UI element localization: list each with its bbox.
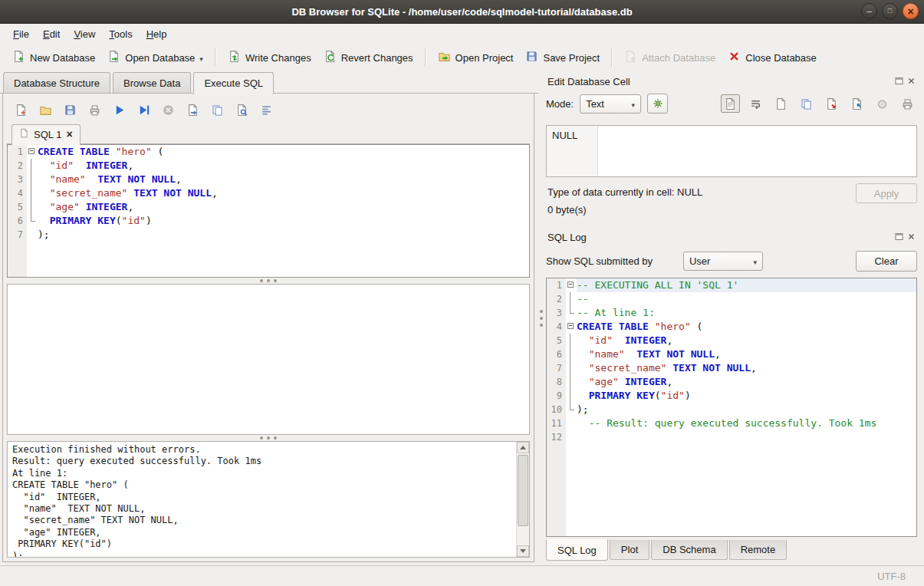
right-panel: Edit Database Cell Mode: Text — [544, 71, 924, 565]
save-sql-file-icon[interactable] — [62, 102, 77, 117]
code-text: -- Result: query executed successfully. … — [577, 416, 916, 430]
export-icon[interactable] — [847, 94, 866, 113]
import-icon[interactable] — [822, 94, 841, 113]
sql-log-view[interactable]: 1-- EXECUTING ALL IN 'SQL 1'2--3-- At li… — [546, 278, 917, 537]
code-line: 1CREATE TABLE "hero" ( — [8, 145, 529, 159]
code-text: PRIMARY KEY("id") — [577, 389, 916, 403]
code-text: "age" INTEGER, — [577, 375, 916, 389]
sql-editor-tab[interactable]: SQL 1 — [12, 124, 81, 145]
sql-log-header: SQL Log — [546, 228, 917, 246]
close-panel-icon[interactable] — [907, 76, 916, 87]
sql-editor[interactable]: 1CREATE TABLE "hero" (2 "id" INTEGER,3 "… — [7, 144, 530, 278]
message-log[interactable]: Execution finished without errors. Resul… — [7, 441, 530, 558]
print-icon[interactable] — [87, 102, 102, 117]
editor-results-splitter[interactable] — [7, 278, 530, 284]
save-project-button[interactable]: Save Project — [519, 46, 606, 69]
dock-tab-remote[interactable]: Remote — [729, 540, 788, 560]
text-mode-icon[interactable] — [721, 94, 740, 113]
fold-marker-icon[interactable] — [566, 320, 577, 334]
fold-column — [27, 159, 38, 173]
float-panel-icon[interactable] — [895, 76, 903, 87]
results-log-splitter[interactable] — [7, 435, 530, 441]
tab-database-structure[interactable]: Database Structure — [3, 72, 110, 94]
save-results-icon[interactable] — [209, 102, 225, 117]
find-replace-icon[interactable] — [234, 102, 249, 117]
export-results-icon[interactable] — [185, 102, 200, 117]
open-sql-file-icon[interactable] — [38, 102, 53, 117]
edit-cell-header: Edit Database Cell — [546, 72, 917, 91]
new-database-icon — [12, 50, 25, 65]
line-number: 11 — [547, 416, 566, 430]
title-bar[interactable]: DB Browser for SQLite - /home/user/code/… — [0, 0, 924, 24]
code-text: "name" TEXT NOT NULL, — [38, 173, 529, 186]
encoding-indicator[interactable]: UTF-8 — [877, 571, 906, 582]
cell-type-info: Type of data currently in cell: NULL — [547, 186, 702, 198]
print-cell-icon[interactable] — [898, 94, 917, 113]
code-text: -- EXECUTING ALL IN 'SQL 1' — [577, 278, 916, 292]
cell-editor[interactable]: NULL — [546, 125, 917, 177]
window-title: DB Browser for SQLite - /home/user/code/… — [291, 6, 632, 18]
attach-database-icon — [624, 50, 637, 65]
code-text: CREATE TABLE "hero" ( — [38, 145, 529, 159]
code-text: "age" INTEGER, — [38, 200, 529, 214]
sql-tab-label: SQL 1 — [34, 129, 61, 140]
new-tab-icon[interactable] — [13, 102, 28, 117]
code-line: 3-- At line 1: — [547, 306, 916, 320]
menu-view[interactable]: View — [67, 25, 102, 43]
code-line: 6 PRIMARY KEY("id") — [8, 214, 529, 228]
format-code-icon[interactable] — [258, 102, 274, 117]
close-tab-icon[interactable] — [66, 129, 72, 140]
close-database-button[interactable]: Close Database — [722, 46, 823, 69]
results-grid[interactable] — [7, 284, 530, 435]
fold-marker-icon[interactable] — [566, 278, 577, 292]
revert-changes-button[interactable]: Revert Changes — [317, 46, 419, 69]
tab-browse-data[interactable]: Browse Data — [113, 72, 191, 94]
chevron-down-icon — [632, 98, 636, 110]
scroll-up-icon[interactable] — [517, 442, 529, 453]
submitted-by-select[interactable]: User — [683, 252, 763, 271]
fold-column — [566, 361, 577, 375]
open-database-dropdown-icon[interactable] — [199, 52, 203, 64]
scroll-down-icon[interactable] — [517, 545, 529, 557]
open-file-icon[interactable] — [771, 94, 791, 113]
fold-marker-icon[interactable] — [27, 145, 38, 159]
open-database-button[interactable]: Open Database — [101, 46, 209, 69]
toolbar-separator — [611, 48, 613, 67]
mode-label: Mode: — [546, 98, 574, 110]
dock-tab-sql-log[interactable]: SQL Log — [546, 539, 608, 561]
execute-all-icon[interactable] — [111, 102, 127, 117]
copy-icon[interactable] — [797, 94, 816, 113]
line-number: 2 — [547, 292, 566, 306]
dock-tab-plot[interactable]: Plot — [610, 540, 649, 560]
panel-splitter[interactable] — [538, 71, 544, 565]
toolbar-separator — [215, 48, 216, 67]
mode-select[interactable]: Text — [580, 94, 641, 114]
menu-file[interactable]: File — [6, 25, 36, 43]
code-text: ); — [577, 403, 916, 416]
float-panel-icon[interactable] — [895, 232, 903, 243]
write-changes-button[interactable]: Write Changes — [222, 46, 317, 69]
open-project-button[interactable]: Open Project — [432, 46, 520, 69]
menu-edit[interactable]: Edit — [36, 25, 67, 43]
execute-current-line-icon[interactable] — [136, 102, 151, 117]
status-bar: UTF-8 — [0, 565, 924, 586]
tab-execute-sql[interactable]: Execute SQL — [193, 72, 274, 94]
dock-tab-db-schema[interactable]: DB Schema — [651, 540, 727, 560]
line-number: 6 — [8, 214, 27, 228]
word-wrap-icon[interactable] — [746, 94, 765, 113]
minimize-icon[interactable] — [861, 3, 877, 19]
menu-tools[interactable]: Tools — [102, 25, 139, 43]
open-database-label: Open Database — [125, 52, 195, 64]
message-log-scrollbar[interactable] — [516, 442, 529, 557]
close-panel-icon[interactable] — [907, 232, 916, 243]
maximize-icon[interactable] — [882, 3, 898, 19]
line-number: 5 — [8, 200, 27, 214]
clear-button[interactable]: Clear — [856, 251, 917, 272]
scrollbar-track[interactable] — [517, 453, 529, 545]
auto-switch-mode-button[interactable] — [647, 94, 668, 114]
scrollbar-thumb[interactable] — [518, 455, 528, 526]
menu-help[interactable]: Help — [140, 25, 174, 43]
close-window-icon[interactable] — [903, 3, 919, 19]
new-database-button[interactable]: New Database — [6, 46, 101, 69]
sql-file-icon — [19, 128, 29, 140]
